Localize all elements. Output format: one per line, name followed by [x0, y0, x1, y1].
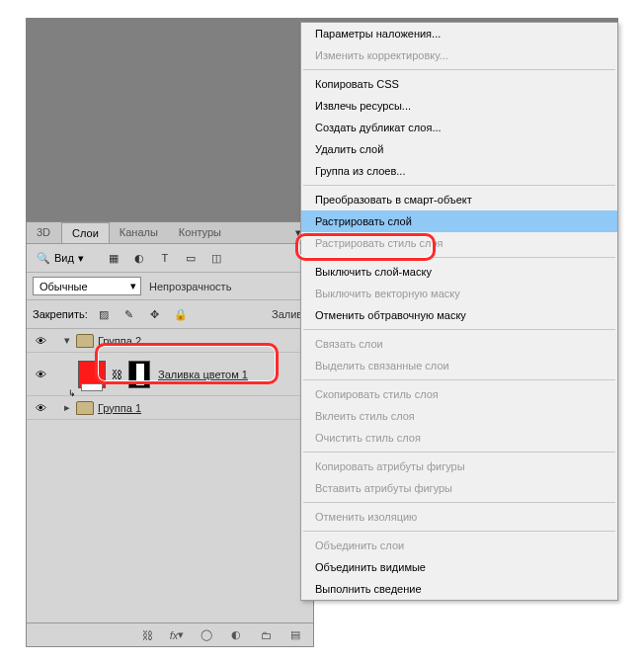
layer-group-row[interactable]: 👁 ▾ Группа 2 [27, 329, 313, 353]
add-mask-icon[interactable]: ◯ [197, 625, 216, 645]
filter-adjustment-icon[interactable]: ◐ [129, 248, 149, 268]
new-adjustment-icon[interactable]: ◐ [226, 625, 246, 645]
layers-list: 👁 ▾ Группа 2 👁 ↳ ⛓ Заливка цветом 1 👁 ▸ … [27, 329, 313, 420]
menu-separator [303, 257, 615, 258]
filter-smart-icon[interactable]: ◫ [206, 248, 226, 268]
expand-arrow-icon[interactable]: ▾ [64, 334, 76, 347]
menu-separator [303, 531, 615, 532]
opacity-label[interactable]: Непрозрачность [149, 281, 231, 292]
menu-separator [303, 329, 615, 330]
layer-group-row[interactable]: 👁 ▸ Группа 1 [27, 396, 313, 420]
tab-channels[interactable]: Каналы [110, 222, 169, 243]
filter-type-select[interactable]: 🔍 Вид ▾ [33, 250, 88, 267]
blend-mode-value: Обычные [40, 281, 88, 292]
menu-blending-options[interactable]: Параметры наложения... [301, 23, 617, 44]
blend-bar: Обычные ▾ Непрозрачность [27, 273, 313, 300]
layers-panel: 3D Слои Каналы Контуры ▾≡ 🔍 Вид ▾ ▦ ◐ T … [26, 221, 314, 647]
menu-separator [303, 452, 615, 453]
tab-paths[interactable]: Контуры [169, 222, 232, 243]
menu-select-linked: Выделить связанные слои [301, 355, 617, 376]
chevron-down-icon: ▾ [130, 280, 136, 292]
menu-copy-css[interactable]: Копировать CSS [301, 73, 617, 95]
menu-rasterize-style: Растрировать стиль слоя [301, 232, 617, 254]
menu-paste-style: Вклеить стиль слоя [301, 405, 617, 427]
new-group-icon[interactable]: 🗀 [256, 625, 276, 645]
menu-separator [303, 379, 615, 380]
menu-rasterize-layer[interactable]: Растрировать слой [301, 210, 617, 232]
layer-context-menu: Параметры наложения... Изменить корректи… [300, 22, 618, 601]
visibility-eye-icon[interactable]: 👁 [31, 402, 50, 414]
menu-merge-visible[interactable]: Объединить видимые [301, 556, 617, 578]
panel-tabs: 3D Слои Каналы Контуры ▾≡ [27, 222, 313, 244]
lock-bar: Закрепить: ▨ ✎ ✥ 🔒 Заливк [27, 300, 313, 329]
folder-icon [76, 334, 94, 348]
menu-merge-layers: Объединить слои [301, 535, 617, 556]
menu-copy-shape-attrs: Копировать атрибуты фигуры [301, 456, 617, 477]
menu-link-layers: Связать слои [301, 333, 617, 355]
visibility-eye-icon[interactable]: 👁 [31, 335, 50, 347]
menu-release-isolation: Отменить изоляцию [301, 506, 617, 528]
menu-flatten[interactable]: Выполнить сведение [301, 578, 617, 600]
lock-transparent-icon[interactable]: ▨ [94, 304, 114, 324]
menu-release-clipping[interactable]: Отменить обтравочную маску [301, 304, 617, 326]
fill-color-swatch[interactable] [78, 361, 106, 388]
layer-mask-thumbnail[interactable] [128, 361, 150, 388]
layer-style-icon[interactable]: fx▾ [167, 625, 187, 645]
clipping-indicator-icon: ↳ [68, 388, 76, 398]
menu-copy-style: Скопировать стиль слоя [301, 383, 617, 405]
menu-group-from-layers[interactable]: Группа из слоев... [301, 160, 617, 182]
menu-separator [303, 185, 615, 186]
menu-delete-layer[interactable]: Удалить слой [301, 138, 617, 160]
expand-arrow-icon[interactable]: ▸ [64, 401, 76, 414]
new-layer-icon[interactable]: ▤ [285, 625, 305, 645]
menu-duplicate-layer[interactable]: Создать дубликат слоя... [301, 117, 617, 138]
lock-label: Закрепить: [33, 308, 88, 320]
layers-bottom-bar: ⛓ fx▾ ◯ ◐ 🗀 ▤ [27, 622, 313, 646]
tab-3d[interactable]: 3D [27, 222, 61, 243]
menu-separator [303, 502, 615, 503]
tab-layers[interactable]: Слои [61, 222, 110, 243]
layer-name[interactable]: Группа 1 [98, 402, 141, 414]
lock-pixels-icon[interactable]: ✎ [120, 304, 139, 324]
search-icon: 🔍 [37, 252, 50, 265]
layer-name[interactable]: Группа 2 [98, 335, 141, 347]
filter-text-icon[interactable]: T [155, 248, 175, 268]
blend-mode-select[interactable]: Обычные ▾ [33, 277, 141, 295]
filter-label: Вид [54, 252, 74, 264]
layer-name[interactable]: Заливка цветом 1 [158, 369, 248, 380]
filter-bar: 🔍 Вид ▾ ▦ ◐ T ▭ ◫ [27, 244, 313, 273]
layer-fill-row[interactable]: 👁 ↳ ⛓ Заливка цветом 1 [27, 353, 313, 396]
menu-paste-shape-attrs: Вставить атрибуты фигуры [301, 477, 617, 499]
link-mask-icon[interactable]: ⛓ [112, 369, 122, 380]
menu-disable-vector-mask: Выключить векторную маску [301, 283, 617, 304]
filter-pixel-icon[interactable]: ▦ [104, 248, 123, 268]
lock-all-icon[interactable]: 🔒 [171, 304, 191, 324]
filter-shape-icon[interactable]: ▭ [181, 248, 201, 268]
menu-convert-smart[interactable]: Преобразовать в смарт-объект [301, 189, 617, 210]
menu-edit-adjustment: Изменить корректировку... [301, 44, 617, 66]
chevron-down-icon: ▾ [78, 252, 84, 265]
link-layers-icon[interactable]: ⛓ [137, 625, 157, 645]
menu-extract-assets[interactable]: Извлечь ресурсы... [301, 95, 617, 117]
visibility-eye-icon[interactable]: 👁 [31, 369, 50, 380]
lock-position-icon[interactable]: ✥ [145, 304, 165, 324]
menu-separator [303, 69, 615, 70]
menu-disable-mask[interactable]: Выключить слой-маску [301, 261, 617, 283]
folder-icon [76, 401, 94, 415]
menu-clear-style: Очистить стиль слоя [301, 427, 617, 449]
